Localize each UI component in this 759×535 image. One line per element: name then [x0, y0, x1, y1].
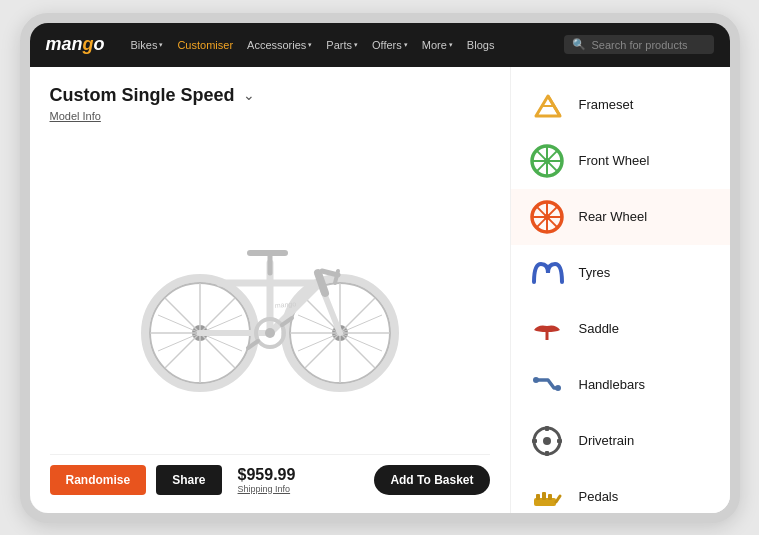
- chevron-down-icon: ▾: [159, 41, 163, 49]
- svg-rect-57: [557, 439, 562, 443]
- randomise-button[interactable]: Randomise: [50, 465, 147, 495]
- svg-rect-56: [532, 439, 537, 443]
- search-placeholder: Search for products: [592, 39, 688, 51]
- svg-rect-60: [542, 492, 546, 500]
- nav-parts[interactable]: Parts ▾: [326, 39, 358, 51]
- component-item-rear-wheel[interactable]: Rear Wheel: [511, 189, 730, 245]
- shipping-info-link[interactable]: Shipping Info: [238, 484, 296, 494]
- add-to-basket-button[interactable]: Add To Basket: [374, 465, 489, 495]
- saddle-icon: [527, 309, 567, 349]
- svg-point-51: [555, 385, 561, 391]
- svg-point-30: [265, 328, 275, 338]
- model-selector[interactable]: Custom Single Speed ⌄: [50, 85, 490, 106]
- svg-point-50: [533, 377, 539, 383]
- frameset-icon: [527, 85, 567, 125]
- svg-rect-61: [548, 494, 552, 500]
- drivetrain-label: Drivetrain: [579, 433, 635, 448]
- component-item-pedals[interactable]: Pedals: [511, 469, 730, 513]
- main-content: Custom Single Speed ⌄ Model Info: [30, 67, 730, 513]
- nav-items: Bikes ▾ Customiser Accessories ▾ Parts ▾…: [131, 39, 546, 51]
- nav-blogs[interactable]: Blogs: [467, 39, 495, 51]
- chevron-down-icon: ▾: [404, 41, 408, 49]
- pedals-icon: [527, 477, 567, 513]
- component-list: Frameset Front Wheel: [510, 67, 730, 513]
- front-wheel-label: Front Wheel: [579, 153, 650, 168]
- handlebars-label: Handlebars: [579, 377, 646, 392]
- saddle-label: Saddle: [579, 321, 619, 336]
- component-item-tyres[interactable]: Tyres: [511, 245, 730, 301]
- model-title: Custom Single Speed: [50, 85, 235, 106]
- bike-illustration: mango: [120, 193, 420, 393]
- svg-rect-59: [536, 494, 540, 500]
- component-item-drivetrain[interactable]: Drivetrain: [511, 413, 730, 469]
- bike-image: mango: [50, 132, 490, 454]
- svg-point-53: [543, 437, 551, 445]
- svg-line-24: [318, 273, 325, 293]
- model-info-link[interactable]: Model Info: [50, 110, 490, 122]
- pedals-label: Pedals: [579, 489, 619, 504]
- rear-wheel-label: Rear Wheel: [579, 209, 648, 224]
- price-info: $959.99 Shipping Info: [238, 466, 296, 494]
- logo[interactable]: mango: [46, 34, 105, 55]
- nav-bikes[interactable]: Bikes ▾: [131, 39, 164, 51]
- handlebars-icon: [527, 365, 567, 405]
- component-item-front-wheel[interactable]: Front Wheel: [511, 133, 730, 189]
- chevron-down-icon: ▾: [308, 41, 312, 49]
- tyres-icon: [527, 253, 567, 293]
- nav-customiser[interactable]: Customiser: [177, 39, 233, 51]
- svg-rect-54: [545, 426, 549, 431]
- bottom-bar: Randomise Share $959.99 Shipping Info Ad…: [50, 454, 490, 495]
- search-bar[interactable]: 🔍 Search for products: [564, 35, 714, 54]
- nav-offers[interactable]: Offers ▾: [372, 39, 408, 51]
- share-button[interactable]: Share: [156, 465, 221, 495]
- drivetrain-icon: [527, 421, 567, 461]
- frameset-label: Frameset: [579, 97, 634, 112]
- component-item-saddle[interactable]: Saddle: [511, 301, 730, 357]
- nav-more[interactable]: More ▾: [422, 39, 453, 51]
- search-icon: 🔍: [572, 38, 586, 51]
- tyres-label: Tyres: [579, 265, 611, 280]
- component-item-handlebars[interactable]: Handlebars: [511, 357, 730, 413]
- chevron-down-icon: ▾: [354, 41, 358, 49]
- svg-rect-55: [545, 451, 549, 456]
- tablet-frame: mango Bikes ▾ Customiser Accessories ▾ P…: [20, 13, 740, 523]
- front-wheel-icon: [527, 141, 567, 181]
- component-item-frameset[interactable]: Frameset: [511, 77, 730, 133]
- model-dropdown-icon[interactable]: ⌄: [243, 87, 255, 103]
- rear-wheel-icon: [527, 197, 567, 237]
- price-display: $959.99: [238, 466, 296, 484]
- nav-accessories[interactable]: Accessories ▾: [247, 39, 312, 51]
- svg-line-62: [556, 496, 560, 502]
- navbar: mango Bikes ▾ Customiser Accessories ▾ P…: [30, 23, 730, 67]
- chevron-down-icon: ▾: [449, 41, 453, 49]
- left-panel: Custom Single Speed ⌄ Model Info: [30, 67, 510, 513]
